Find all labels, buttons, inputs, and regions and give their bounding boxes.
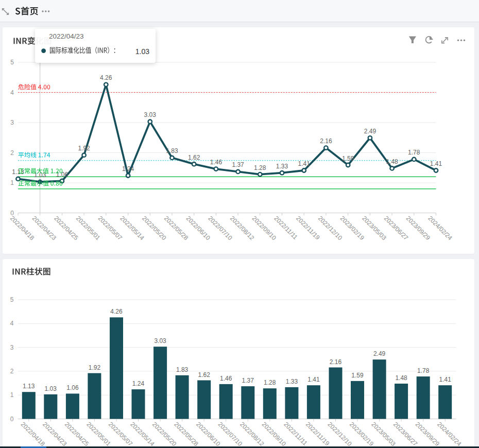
svg-text:2: 2 — [10, 368, 14, 375]
svg-text:1.92: 1.92 — [78, 145, 90, 152]
svg-text:1.59: 1.59 — [342, 155, 354, 162]
svg-text:1.24: 1.24 — [122, 165, 134, 173]
svg-text:1.62: 1.62 — [188, 154, 200, 161]
svg-text:5: 5 — [10, 296, 14, 303]
svg-text:1.78: 1.78 — [408, 149, 420, 156]
svg-text:1.78: 1.78 — [417, 367, 430, 374]
svg-text:1: 1 — [10, 179, 14, 186]
svg-text:1.28: 1.28 — [264, 379, 276, 386]
svg-text:1: 1 — [10, 391, 14, 399]
svg-text:1.37: 1.37 — [242, 377, 254, 384]
svg-text:1.33: 1.33 — [286, 378, 298, 385]
svg-text:1.62: 1.62 — [198, 371, 211, 378]
svg-text:4: 4 — [10, 320, 14, 327]
svg-text:1.83: 1.83 — [176, 366, 189, 373]
svg-text:1.03: 1.03 — [45, 385, 57, 392]
svg-text:1.48: 1.48 — [395, 374, 407, 382]
svg-text:1.41: 1.41 — [307, 376, 320, 383]
svg-text:5: 5 — [10, 59, 14, 66]
svg-text:1.48: 1.48 — [386, 158, 398, 165]
svg-text:2024/02/24: 2024/02/24 — [426, 215, 454, 242]
svg-text:4.26: 4.26 — [100, 74, 112, 81]
svg-text:2: 2 — [10, 149, 14, 157]
svg-text:1.41: 1.41 — [430, 160, 442, 167]
svg-text:3: 3 — [10, 344, 14, 351]
svg-text:1.06: 1.06 — [66, 384, 79, 391]
svg-text:1.13: 1.13 — [23, 383, 35, 390]
svg-text:3: 3 — [10, 119, 14, 126]
svg-text:1.41: 1.41 — [298, 160, 311, 167]
svg-text:1.33: 1.33 — [276, 163, 288, 170]
svg-text:1.37: 1.37 — [232, 161, 244, 168]
svg-text:1.59: 1.59 — [351, 372, 364, 379]
svg-text:1.46: 1.46 — [210, 159, 223, 166]
svg-text:2.49: 2.49 — [364, 128, 377, 135]
svg-text:1.83: 1.83 — [166, 147, 178, 154]
svg-text:1.92: 1.92 — [89, 364, 101, 371]
svg-text:3.03: 3.03 — [154, 337, 166, 344]
svg-text:4.26: 4.26 — [110, 308, 123, 315]
svg-text:2.16: 2.16 — [330, 358, 342, 366]
svg-text:1.24: 1.24 — [132, 380, 145, 387]
svg-text:1.28: 1.28 — [254, 164, 266, 171]
svg-text:1.41: 1.41 — [439, 376, 452, 383]
svg-text:2.49: 2.49 — [373, 350, 386, 357]
svg-text:4: 4 — [10, 89, 14, 96]
svg-text:2.16: 2.16 — [320, 137, 332, 145]
svg-text:2024/02/24: 2024/02/24 — [436, 421, 463, 448]
svg-text:3.03: 3.03 — [144, 111, 157, 118]
svg-text:0: 0 — [10, 416, 14, 423]
svg-text:1.46: 1.46 — [220, 375, 232, 382]
